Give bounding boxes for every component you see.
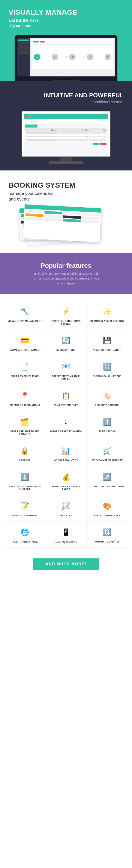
paypal-stripe-payment-icon: 💳 — [19, 334, 31, 347]
section3-heading: BOOKING SYSTEM — [8, 181, 124, 189]
cell-bar — [26, 132, 57, 134]
powerful-conditional-system-icon: ⚡ — [60, 305, 72, 318]
cancel-btn — [100, 143, 106, 145]
feature-item-order-are-stored: 🗂️ORDER ARE STORED AND EDITABLE — [4, 411, 45, 440]
calendar-paper-3 — [23, 204, 102, 242]
feature-item-fully-translatable: 🌐FULLY TRANSLATABLE — [4, 522, 45, 548]
woocommerce-support-label: WOOCOMMERCE SUPPORT — [92, 459, 123, 462]
sidebar-item — [18, 45, 29, 46]
feature-item-visual-steps-management: 🔧VISUAL STEPS MANAGEMENT — [4, 301, 45, 330]
add-condition-btn: Add Condition — [25, 125, 37, 127]
feature-item-import-export: ↕️IMPORT & EXPORT SYSTEM — [45, 411, 87, 440]
section1-subtext: and link the stepsof your forms — [8, 18, 124, 29]
selection-summary-icon: 📝 — [19, 500, 31, 513]
dot-red — [26, 116, 27, 117]
files-upload-icon: ⬆️ — [101, 415, 113, 428]
section-intuitive: INTUITIVE AND POWERFUL conditional syste… — [0, 81, 132, 171]
cell-select — [89, 136, 106, 137]
tons-of-items-type-icon: 📋 — [60, 389, 72, 402]
monitor-header — [24, 114, 108, 119]
visual-steps-management-label: VISUAL STEPS MANAGEMENT — [8, 320, 42, 322]
easy-digital-downloads-label: EASY DIGITAL DOWNLOADS SUPPORT — [6, 485, 43, 491]
sidebar-item — [18, 52, 29, 54]
topbar-btn-red — [40, 41, 44, 42]
pdf-files-generation-label: PDF FILES GENERATION — [11, 375, 39, 378]
subscriptions-icon: 🔄 — [60, 334, 72, 347]
table-row — [25, 132, 107, 134]
tons-of-items-type-label: TONS OF ITEMS TYPE — [54, 404, 78, 407]
custom-calculations-label: CUSTOM CALCULATIONS — [93, 375, 122, 378]
automatic-updates-label: AUTOMATIC UPDATES — [95, 540, 120, 543]
save-to-finish-later-icon: 💾 — [101, 334, 113, 347]
monitor-frame: Form > Conditions Add Condition Element … — [21, 111, 111, 157]
visual-steps-management-icon: 🔧 — [19, 305, 31, 318]
monitor-neck — [60, 157, 72, 161]
automatic-updates-icon: 🔃 — [101, 526, 113, 539]
cell-select — [58, 132, 89, 134]
cell-select — [58, 139, 89, 141]
section-popular: Popular features Its intuitive and power… — [0, 253, 132, 294]
result-price-range-label: RESULT CAN BE A PRICE RANGE — [47, 485, 84, 491]
table-header: Element Condition Next — [25, 128, 107, 132]
section2-heading: INTUITIVE AND POWERFUL — [8, 92, 124, 99]
powerful-conditional-system-label: POWERFUL CONDITIONAL SYSTEM — [47, 320, 84, 325]
dot-green — [31, 116, 32, 117]
flow-node-3: 3 — [69, 54, 76, 60]
section-features: 🔧VISUAL STEPS MANAGEMENT⚡POWERFUL CONDIT… — [0, 294, 132, 554]
sidebar-mockup — [17, 38, 30, 76]
topbar-btn-green — [33, 41, 39, 42]
table-row — [25, 138, 107, 142]
dot-yellow — [28, 116, 30, 117]
discount-coupons-label: DISCOUNT COUPONS — [95, 404, 119, 407]
col-next: Next — [89, 129, 106, 131]
conditional-redirections-icon: ↗️ — [101, 471, 113, 484]
files-upload-label: FILES UPLOAD — [99, 430, 116, 433]
distance-calculations-label: DISTANCE CALCULATIONS — [10, 404, 40, 407]
feature-item-beautiful-visual-effects: ✨BEAUTIFUL VISUAL EFFECTS — [87, 301, 128, 330]
popular-heading: Popular features — [8, 262, 124, 269]
col-condition: Condition — [58, 129, 89, 131]
col-element: Element — [26, 129, 57, 131]
fully-customizable-label: FULLY CUSTOMIZABLE — [94, 514, 120, 517]
section3-subtext: manage your calendarsand events — [8, 191, 124, 202]
google-analytics-icon: 📊 — [60, 444, 72, 457]
statistics-icon: 📈 — [60, 500, 72, 513]
freely-customizable-emails-icon: 📧 — [60, 360, 72, 373]
monitor-screen: Form > Conditions Add Condition Element … — [24, 114, 108, 156]
pdf-files-generation-icon: 📄 — [19, 360, 31, 373]
more-button[interactable]: AND MUCH MORE! — [33, 558, 99, 570]
topbar-mockup — [32, 39, 113, 44]
flow-node-1: 1 — [34, 54, 40, 60]
feature-item-selection-summary: 📝SELECTION SUMMARY — [4, 495, 45, 522]
section2-subtext: conditional system — [8, 100, 124, 104]
distance-calculations-icon: 📍 — [19, 389, 31, 402]
subscriptions-label: SUBSCRIPTIONS — [56, 349, 75, 351]
feature-item-woocommerce-support: 🛒WOOCOMMERCE SUPPORT — [87, 440, 128, 466]
flow-arrow-3 — [77, 57, 85, 57]
laptop-screen: 1 2 3 4 5 — [17, 38, 115, 76]
flow-area: 1 2 3 4 5 — [32, 45, 113, 69]
beautiful-visual-effects-label: BEAUTIFUL VISUAL EFFECTS — [91, 320, 124, 322]
feature-item-freely-customizable-emails: 📧FREELY CUSTOMIZABLE EMAILS — [45, 356, 87, 385]
feature-item-save-to-finish-later: 💾"SAVE TO FINISH LATER" — [87, 330, 128, 356]
popular-body: Its intuitive and powerful conditional s… — [8, 271, 124, 286]
flow-node-4: 4 — [87, 54, 93, 60]
statistics-label: STATISTICS — [59, 514, 73, 517]
monitor-breadcrumb: Form > Conditions — [25, 120, 107, 124]
table-row — [25, 135, 107, 138]
main-mockup: 1 2 3 4 5 — [30, 38, 115, 76]
feature-item-easy-digital-downloads: ⬇️EASY DIGITAL DOWNLOADS SUPPORT — [4, 466, 45, 495]
conditions-table: Element Condition Next — [25, 128, 107, 147]
laptop-base — [14, 76, 118, 79]
feature-item-captcha: 🔒CAPTCHA — [4, 440, 45, 466]
feature-item-fully-responsive: 📱FULLY RESPONSIVE — [45, 522, 87, 548]
laptop-mockup: 1 2 3 4 5 — [8, 35, 124, 81]
cell-select — [89, 139, 106, 141]
feature-item-automatic-updates: 🔃AUTOMATIC UPDATES — [87, 522, 128, 548]
feature-item-statistics: 📈STATISTICS — [45, 495, 87, 522]
easy-digital-downloads-icon: ⬇️ — [19, 471, 31, 484]
laptop-frame: 1 2 3 4 5 — [14, 35, 118, 81]
fully-responsive-icon: 📱 — [60, 526, 72, 539]
feature-item-fully-customizable: 🎨FULLY CUSTOMIZABLE — [87, 495, 128, 522]
feature-item-powerful-conditional-system: ⚡POWERFUL CONDITIONAL SYSTEM — [45, 301, 87, 330]
